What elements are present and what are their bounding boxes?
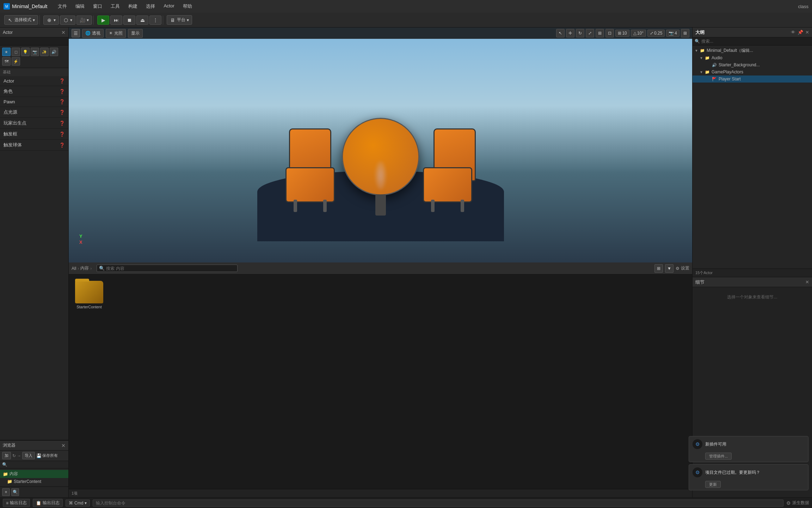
actor-item-character[interactable]: 角色 ❓: [0, 86, 68, 97]
perspective-mode-button[interactable]: 🌐 透视: [82, 29, 104, 38]
tree-item-playerstart[interactable]: 🚩 Player Start: [693, 75, 812, 83]
menu-build[interactable]: 构建: [125, 2, 141, 11]
cat-icon-star[interactable]: ★: [2, 48, 11, 56]
transform-tool-button[interactable]: ⊞: [596, 29, 604, 37]
cat-icon-camera[interactable]: 📷: [31, 48, 39, 56]
actor-item-actor[interactable]: Actor ❓: [0, 76, 68, 86]
add-content-button[interactable]: +: [2, 488, 10, 496]
select-mode-button[interactable]: ↖ 选择模式 ▾: [4, 15, 38, 25]
detail-close-icon[interactable]: ✕: [805, 279, 809, 285]
content-search-input[interactable]: [106, 266, 235, 271]
snap-button[interactable]: ⬡ ▾: [60, 16, 75, 25]
transform-button[interactable]: ⊕ ▾: [43, 16, 59, 25]
cat-icon-effect[interactable]: ✨: [40, 48, 49, 56]
eject-icon: ⏏: [140, 17, 145, 23]
camera-button[interactable]: 🎥 ▾: [76, 16, 92, 25]
platform-button[interactable]: 🖥 平台 ▾: [167, 15, 192, 25]
update-project-button[interactable]: 更新: [705, 481, 721, 488]
dropdown-icon4: ▾: [187, 18, 189, 23]
scale-tool-button[interactable]: ⤢: [586, 29, 594, 37]
more-icon: ⋮: [153, 17, 158, 23]
notification-plugins: ⚙ 新插件可用 管理插件...: [689, 436, 808, 462]
browser-tree-item-starter[interactable]: 📁 StarterContent: [0, 478, 68, 485]
cmd-button[interactable]: ⌘ Cmd ▾: [66, 500, 90, 507]
viewport-browser-area: ☰ 🌐 透视 ☀ 光照 显示 ↖ ✛ ↻: [69, 28, 692, 497]
cat-icon-light[interactable]: 💡: [21, 48, 30, 56]
play-button[interactable]: ▶: [97, 16, 109, 25]
angle-icon: △: [633, 31, 636, 36]
tree-item-root[interactable]: ▼ 📁 Minimal_Default（编辑...: [693, 47, 812, 54]
actor-search-input[interactable]: [0, 37, 68, 46]
scene-chair-right: [423, 125, 479, 202]
browser-tree-item-content[interactable]: 📁 内容: [0, 470, 68, 478]
grid-size-button[interactable]: ⊞ 10: [615, 30, 629, 37]
manage-plugins-button[interactable]: 管理插件...: [705, 453, 732, 460]
menu-edit[interactable]: 编辑: [72, 2, 88, 11]
pin-icon[interactable]: 📌: [798, 30, 803, 35]
eject-button[interactable]: ⏏: [136, 16, 148, 25]
output-log-button[interactable]: 📋 输出日志: [33, 499, 63, 507]
app-title: Minimal_Default: [12, 4, 47, 9]
skip-button[interactable]: ⏭: [110, 16, 122, 25]
more-button[interactable]: ⋮: [149, 16, 161, 25]
actor-item-playerstart[interactable]: 玩家出生点 ❓: [0, 118, 68, 129]
menu-actor[interactable]: Actor: [160, 2, 178, 11]
tree-icon-audio: 📁: [705, 55, 710, 61]
snap-tool-button[interactable]: ⊡: [605, 29, 614, 37]
menu-file[interactable]: 文件: [54, 2, 70, 11]
actor-item-pawn[interactable]: Pawn ❓: [0, 97, 68, 107]
cat-icon-trigger[interactable]: ⚡: [12, 57, 20, 66]
viewport-menu-button[interactable]: ☰: [72, 29, 80, 37]
tree-item-starter-bg[interactable]: 🔊 Starter_Background...: [693, 61, 812, 68]
display-mode-button[interactable]: 显示: [128, 29, 143, 38]
notification-project: ⚙ 项目文件已过期。要更新吗？ 更新: [689, 464, 808, 490]
scroll-menu-button[interactable]: ≡ 输出日志: [3, 499, 30, 507]
viewport-toolbar: ☰ 🌐 透视 ☀ 光照 显示 ↖ ✛ ↻: [69, 28, 692, 39]
stop-button[interactable]: ⏹: [123, 16, 135, 25]
menu-help[interactable]: 帮助: [179, 2, 196, 11]
content-browser-main: All › 内容 › 🔍 ⊞ ▼ ⚙ 设置: [69, 262, 692, 497]
notifications-area: ⚙ 新插件可用 管理插件... ⚙ 项目文件已过期。要更新吗？ 更新: [689, 436, 808, 490]
lighting-mode-button[interactable]: ☀ 光照: [106, 29, 126, 38]
scale-value-button[interactable]: ⤢ 0.25: [647, 30, 665, 37]
cat-icon-nav[interactable]: 🗺: [2, 57, 11, 66]
outliner-search-input[interactable]: [701, 39, 810, 44]
outliner-close-icon[interactable]: ✕: [805, 30, 809, 35]
viewport[interactable]: ☰ 🌐 透视 ☀ 光照 显示 ↖ ✛ ↻: [69, 28, 692, 262]
actor-item-pointlight[interactable]: 点光源 ❓: [0, 107, 68, 118]
camera-value-button[interactable]: 📷 4: [666, 30, 679, 37]
menu-select[interactable]: 选择: [142, 2, 159, 11]
cat-icon-volume[interactable]: 🔊: [50, 48, 58, 56]
search-paths-button[interactable]: 🔍: [11, 488, 19, 496]
select-tool-button[interactable]: ↖: [556, 29, 565, 37]
rotate-tool-button[interactable]: ↻: [576, 29, 584, 37]
browser-search-input[interactable]: [8, 462, 66, 467]
filter-button[interactable]: ▼: [665, 264, 673, 273]
console-input[interactable]: [93, 500, 783, 507]
actor-item-triggersphere[interactable]: 触发球体 ❓: [0, 140, 68, 151]
actor-panel-close[interactable]: ✕: [61, 30, 66, 35]
move-tool-button[interactable]: ✛: [566, 29, 574, 37]
import-button[interactable]: 导入: [22, 452, 35, 459]
folder-icon-starter: 📁: [7, 479, 12, 484]
outliner-title: 大纲: [695, 29, 705, 36]
menu-tools[interactable]: 工具: [107, 2, 123, 11]
actor-item-triggerbox[interactable]: 触发框 ❓: [0, 129, 68, 140]
browser-panel-close[interactable]: ✕: [61, 443, 66, 448]
settings-button[interactable]: ⚙ 设置: [676, 265, 689, 271]
outliner-header-icons: 👁 📌 ✕: [791, 30, 809, 35]
notification-project-action: 更新: [689, 480, 808, 490]
layout-button[interactable]: ⊞: [654, 264, 663, 273]
eye-icon[interactable]: 👁: [791, 30, 795, 35]
menu-window[interactable]: 窗口: [90, 2, 106, 11]
monitor-icon: 🖥: [170, 17, 176, 23]
breadcrumb-all[interactable]: All: [72, 266, 76, 271]
content-item-startercontent[interactable]: StarterContent: [73, 279, 105, 311]
add-button[interactable]: 加: [2, 452, 11, 459]
angle-size-button[interactable]: △ 10°: [631, 30, 646, 37]
tree-item-audio[interactable]: ▼ 📁 Audio: [693, 54, 812, 61]
breadcrumb-content[interactable]: 内容: [80, 265, 89, 271]
tree-item-gameplay[interactable]: ▼ 📁 GamePlayActors: [693, 68, 812, 75]
maximize-viewport-button[interactable]: ⊞: [681, 29, 689, 37]
cat-icon-geometry[interactable]: ◻: [12, 48, 20, 56]
